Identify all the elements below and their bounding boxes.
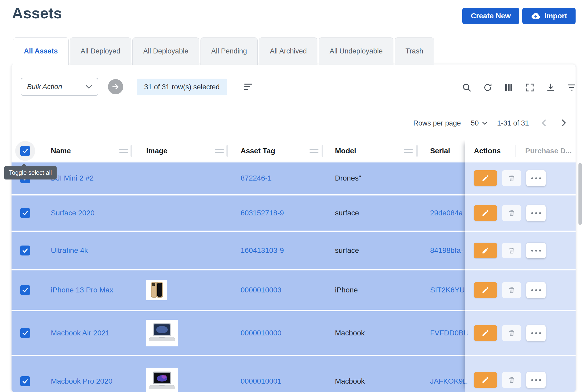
delete-button[interactable] bbox=[502, 243, 521, 258]
column-drag-handle[interactable] bbox=[404, 149, 413, 156]
column-header-serial[interactable]: Serial bbox=[430, 140, 450, 161]
asset-tag-link[interactable]: 0000010003 bbox=[241, 286, 281, 294]
tab-label: All Assets bbox=[24, 47, 58, 55]
asset-tag-link[interactable]: 872246-1 bbox=[241, 174, 272, 182]
asset-name-link[interactable]: Macbook Air 2021 bbox=[51, 329, 110, 337]
column-header-actions[interactable]: Actions bbox=[474, 140, 501, 161]
actions-fixed-column: Actions bbox=[465, 140, 576, 392]
more-actions-button[interactable] bbox=[526, 372, 546, 388]
asset-name-link[interactable]: Macbook Pro 2020 bbox=[51, 377, 112, 385]
bulk-action-go-button[interactable] bbox=[108, 79, 123, 94]
edit-button[interactable] bbox=[474, 282, 497, 298]
column-divider bbox=[226, 145, 228, 157]
asset-serial-link[interactable]: JAFKOK9E bbox=[430, 377, 468, 385]
tab-all-undeployable[interactable]: All Undeployable bbox=[319, 37, 393, 65]
asset-serial-link[interactable]: 84198bfa- bbox=[430, 246, 463, 255]
row-checkbox[interactable] bbox=[20, 376, 30, 386]
asset-model: surface bbox=[335, 209, 359, 217]
sort-lines-icon[interactable] bbox=[244, 83, 254, 91]
more-actions-button[interactable] bbox=[526, 205, 546, 221]
tab-all-deployable[interactable]: All Deployable bbox=[132, 37, 199, 65]
edit-button[interactable] bbox=[474, 205, 497, 221]
asset-name-link[interactable]: DJI Mini 2 #2 bbox=[51, 174, 94, 182]
row-actions bbox=[474, 243, 546, 258]
assets-page: Assets Create New Import All Assets All … bbox=[0, 0, 585, 392]
more-actions-button[interactable] bbox=[526, 170, 546, 186]
row-actions bbox=[474, 205, 546, 221]
trash-icon bbox=[508, 286, 515, 294]
caret-down-icon bbox=[482, 122, 487, 125]
edit-button[interactable] bbox=[474, 170, 497, 186]
edit-button[interactable] bbox=[474, 372, 497, 388]
column-header-image[interactable]: Image bbox=[146, 140, 167, 161]
tab-trash[interactable]: Trash bbox=[395, 37, 434, 65]
header-actions: Create New Import bbox=[462, 8, 576, 24]
asset-tabs: All Assets All Deployed All Deployable A… bbox=[13, 37, 434, 65]
asset-name-link[interactable]: Surface 2020 bbox=[51, 209, 95, 217]
macbook-thumbnail bbox=[148, 322, 176, 344]
check-icon bbox=[22, 247, 29, 254]
trash-icon bbox=[508, 247, 515, 254]
fullscreen-icon[interactable] bbox=[525, 83, 534, 92]
asset-image-macbook-air[interactable] bbox=[146, 320, 178, 346]
vertical-scrollbar-thumb[interactable] bbox=[578, 163, 582, 225]
trash-icon bbox=[508, 329, 515, 337]
more-actions-button[interactable] bbox=[526, 243, 546, 258]
asset-tag-link[interactable]: 603152718-9 bbox=[241, 209, 284, 217]
asset-name-link[interactable]: iPhone 13 Pro Max bbox=[51, 286, 113, 294]
columns-icon[interactable] bbox=[504, 83, 513, 92]
asset-serial-link[interactable]: 29de084a bbox=[430, 209, 463, 217]
previous-page-icon[interactable] bbox=[539, 119, 549, 128]
toggle-select-all-tooltip: Toggle select all bbox=[4, 166, 57, 179]
asset-tag-link[interactable]: 0000010000 bbox=[241, 329, 281, 337]
select-all-checkbox[interactable] bbox=[20, 146, 30, 156]
asset-tag-link[interactable]: 160413103-9 bbox=[241, 246, 284, 255]
selected-rows-text: 31 of 31 row(s) selected bbox=[144, 83, 220, 91]
asset-serial-link[interactable]: SIT2K6YU bbox=[430, 286, 465, 294]
row-checkbox[interactable] bbox=[20, 285, 30, 295]
next-page-icon[interactable] bbox=[559, 119, 569, 128]
pencil-icon bbox=[481, 174, 489, 182]
import-button[interactable]: Import bbox=[522, 8, 576, 24]
asset-model: Macbook bbox=[335, 377, 365, 385]
row-checkbox[interactable] bbox=[20, 328, 30, 338]
more-actions-button[interactable] bbox=[526, 325, 546, 341]
edit-button[interactable] bbox=[474, 325, 497, 341]
assets-table: Name Image Asset Tag Model Serial Purcha… bbox=[12, 140, 576, 392]
delete-button[interactable] bbox=[502, 170, 521, 186]
asset-serial-link[interactable]: FVFDD0BU bbox=[430, 329, 469, 337]
rows-per-page-select[interactable]: 50 bbox=[471, 119, 487, 127]
column-drag-handle[interactable] bbox=[310, 149, 318, 156]
column-header-name[interactable]: Name bbox=[51, 140, 71, 161]
delete-button[interactable] bbox=[502, 372, 521, 388]
edit-button[interactable] bbox=[474, 243, 497, 258]
asset-image-iphone[interactable] bbox=[146, 280, 167, 300]
delete-button[interactable] bbox=[502, 325, 521, 341]
tab-all-assets[interactable]: All Assets bbox=[13, 37, 69, 65]
create-new-button[interactable]: Create New bbox=[462, 8, 519, 24]
row-actions bbox=[474, 282, 546, 298]
macbook-thumbnail bbox=[148, 370, 176, 392]
delete-button[interactable] bbox=[502, 205, 521, 221]
column-header-model[interactable]: Model bbox=[335, 140, 356, 161]
download-icon[interactable] bbox=[546, 83, 555, 92]
check-icon bbox=[22, 378, 29, 385]
more-actions-button[interactable] bbox=[526, 282, 546, 298]
tab-all-archived[interactable]: All Archived bbox=[259, 37, 317, 65]
row-checkbox[interactable] bbox=[20, 246, 30, 255]
column-drag-handle[interactable] bbox=[119, 149, 128, 156]
column-header-asset-tag[interactable]: Asset Tag bbox=[241, 140, 275, 161]
asset-name-link[interactable]: Ultrafine 4k bbox=[51, 246, 88, 255]
delete-button[interactable] bbox=[502, 282, 521, 298]
search-icon[interactable] bbox=[462, 83, 472, 92]
tab-all-deployed[interactable]: All Deployed bbox=[70, 37, 131, 65]
refresh-icon[interactable] bbox=[483, 83, 492, 92]
bulk-action-select[interactable]: Bulk Action bbox=[21, 78, 98, 96]
filter-icon[interactable] bbox=[567, 83, 576, 92]
tab-all-pending[interactable]: All Pending bbox=[201, 37, 258, 65]
row-actions bbox=[474, 170, 546, 186]
asset-image-macbook-pro[interactable] bbox=[146, 368, 178, 392]
asset-tag-link[interactable]: 0000010001 bbox=[241, 377, 281, 385]
row-checkbox[interactable] bbox=[20, 208, 30, 218]
column-drag-handle[interactable] bbox=[215, 149, 224, 156]
